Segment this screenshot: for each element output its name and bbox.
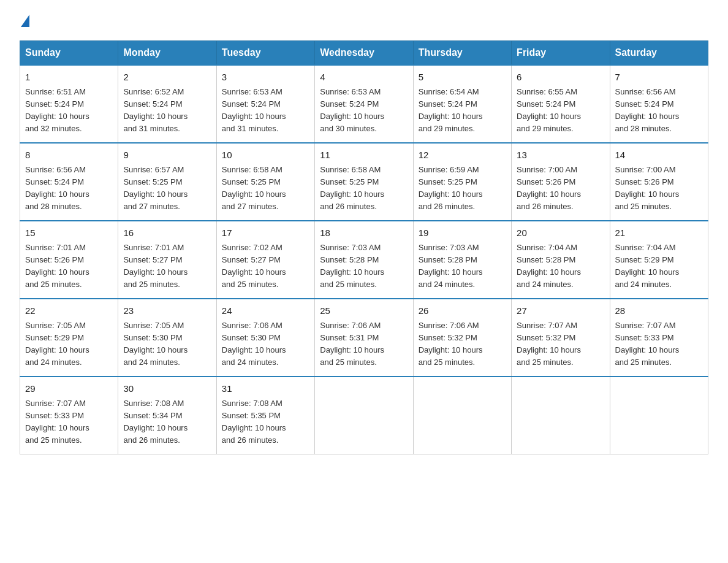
calendar-week-4: 22 Sunrise: 7:05 AMSunset: 5:29 PMDaylig… (20, 299, 708, 377)
calendar-cell (315, 377, 413, 454)
day-info: Sunrise: 7:07 AMSunset: 5:33 PMDaylight:… (25, 399, 89, 445)
day-number: 23 (123, 304, 211, 318)
calendar-cell: 2 Sunrise: 6:52 AMSunset: 5:24 PMDayligh… (118, 65, 216, 143)
calendar-cell: 21 Sunrise: 7:04 AMSunset: 5:29 PMDaylig… (610, 221, 708, 299)
day-number: 3 (222, 71, 309, 85)
calendar-cell: 13 Sunrise: 7:00 AMSunset: 5:26 PMDaylig… (512, 143, 610, 221)
calendar-cell: 9 Sunrise: 6:57 AMSunset: 5:25 PMDayligh… (118, 143, 216, 221)
calendar-cell: 26 Sunrise: 7:06 AMSunset: 5:32 PMDaylig… (413, 299, 511, 377)
day-info: Sunrise: 6:53 AMSunset: 5:24 PMDaylight:… (320, 87, 384, 133)
calendar-cell: 6 Sunrise: 6:55 AMSunset: 5:24 PMDayligh… (512, 65, 610, 143)
day-info: Sunrise: 7:04 AMSunset: 5:29 PMDaylight:… (615, 243, 680, 289)
day-number: 11 (320, 148, 408, 163)
day-info: Sunrise: 6:58 AMSunset: 5:25 PMDaylight:… (222, 165, 286, 211)
day-number: 31 (222, 382, 309, 396)
calendar-cell: 15 Sunrise: 7:01 AMSunset: 5:26 PMDaylig… (20, 221, 118, 299)
calendar-cell (413, 377, 511, 454)
day-number: 12 (419, 148, 506, 163)
day-number: 9 (123, 148, 211, 163)
calendar-cell: 22 Sunrise: 7:05 AMSunset: 5:29 PMDaylig… (20, 299, 118, 377)
header-wednesday: Wednesday (315, 41, 413, 66)
day-number: 27 (517, 304, 604, 318)
day-info: Sunrise: 7:03 AMSunset: 5:28 PMDaylight:… (320, 243, 384, 289)
day-info: Sunrise: 6:51 AMSunset: 5:24 PMDaylight:… (25, 87, 89, 133)
day-number: 26 (419, 304, 506, 318)
calendar-cell: 25 Sunrise: 7:06 AMSunset: 5:31 PMDaylig… (315, 299, 413, 377)
day-number: 28 (615, 304, 703, 318)
calendar-cell: 31 Sunrise: 7:08 AMSunset: 5:35 PMDaylig… (216, 377, 314, 454)
day-info: Sunrise: 7:06 AMSunset: 5:31 PMDaylight:… (320, 321, 384, 367)
day-number: 30 (123, 382, 211, 396)
day-number: 24 (222, 304, 309, 318)
day-info: Sunrise: 7:03 AMSunset: 5:28 PMDaylight:… (419, 243, 483, 289)
calendar-cell: 14 Sunrise: 7:00 AMSunset: 5:26 PMDaylig… (610, 143, 708, 221)
calendar-week-5: 29 Sunrise: 7:07 AMSunset: 5:33 PMDaylig… (20, 377, 708, 454)
calendar-header-row: SundayMondayTuesdayWednesdayThursdayFrid… (20, 41, 708, 66)
day-number: 18 (320, 226, 408, 240)
calendar-cell: 27 Sunrise: 7:07 AMSunset: 5:32 PMDaylig… (512, 299, 610, 377)
day-info: Sunrise: 7:00 AMSunset: 5:26 PMDaylight:… (615, 165, 680, 211)
day-number: 17 (222, 226, 309, 240)
calendar-week-2: 8 Sunrise: 6:56 AMSunset: 5:24 PMDayligh… (20, 143, 708, 221)
calendar-cell: 5 Sunrise: 6:54 AMSunset: 5:24 PMDayligh… (413, 65, 511, 143)
day-info: Sunrise: 7:06 AMSunset: 5:30 PMDaylight:… (222, 321, 286, 367)
day-number: 10 (222, 148, 309, 163)
day-info: Sunrise: 7:07 AMSunset: 5:33 PMDaylight:… (615, 321, 680, 367)
day-number: 20 (517, 226, 604, 240)
calendar-cell: 19 Sunrise: 7:03 AMSunset: 5:28 PMDaylig… (413, 221, 511, 299)
day-info: Sunrise: 6:56 AMSunset: 5:24 PMDaylight:… (25, 165, 89, 211)
day-info: Sunrise: 6:56 AMSunset: 5:24 PMDaylight:… (615, 87, 680, 133)
header-tuesday: Tuesday (216, 41, 314, 66)
calendar-cell: 12 Sunrise: 6:59 AMSunset: 5:25 PMDaylig… (413, 143, 511, 221)
calendar-cell: 20 Sunrise: 7:04 AMSunset: 5:28 PMDaylig… (512, 221, 610, 299)
day-info: Sunrise: 6:53 AMSunset: 5:24 PMDaylight:… (222, 87, 286, 133)
day-info: Sunrise: 7:06 AMSunset: 5:32 PMDaylight:… (419, 321, 483, 367)
logo (20, 15, 29, 26)
day-info: Sunrise: 7:05 AMSunset: 5:30 PMDaylight:… (123, 321, 188, 367)
day-number: 8 (25, 148, 113, 163)
day-info: Sunrise: 6:58 AMSunset: 5:25 PMDaylight:… (320, 165, 384, 211)
calendar-cell: 23 Sunrise: 7:05 AMSunset: 5:30 PMDaylig… (118, 299, 216, 377)
day-number: 16 (123, 226, 211, 240)
day-info: Sunrise: 7:08 AMSunset: 5:35 PMDaylight:… (222, 399, 286, 445)
day-info: Sunrise: 7:05 AMSunset: 5:29 PMDaylight:… (25, 321, 89, 367)
day-number: 14 (615, 148, 703, 163)
day-info: Sunrise: 7:08 AMSunset: 5:34 PMDaylight:… (123, 399, 188, 445)
calendar-cell: 17 Sunrise: 7:02 AMSunset: 5:27 PMDaylig… (216, 221, 314, 299)
calendar-table: SundayMondayTuesdayWednesdayThursdayFrid… (20, 40, 708, 454)
calendar-cell: 16 Sunrise: 7:01 AMSunset: 5:27 PMDaylig… (118, 221, 216, 299)
header-friday: Friday (512, 41, 610, 66)
header-saturday: Saturday (610, 41, 708, 66)
calendar-week-1: 1 Sunrise: 6:51 AMSunset: 5:24 PMDayligh… (20, 65, 708, 143)
calendar-cell: 7 Sunrise: 6:56 AMSunset: 5:24 PMDayligh… (610, 65, 708, 143)
day-info: Sunrise: 7:07 AMSunset: 5:32 PMDaylight:… (517, 321, 581, 367)
day-number: 5 (419, 71, 506, 85)
day-info: Sunrise: 6:57 AMSunset: 5:25 PMDaylight:… (123, 165, 188, 211)
day-info: Sunrise: 6:52 AMSunset: 5:24 PMDaylight:… (123, 87, 188, 133)
day-number: 13 (517, 148, 604, 163)
day-number: 6 (517, 71, 604, 85)
header-sunday: Sunday (20, 41, 118, 66)
day-number: 19 (419, 226, 506, 240)
calendar-cell (512, 377, 610, 454)
logo-triangle-icon (21, 15, 29, 27)
calendar-week-3: 15 Sunrise: 7:01 AMSunset: 5:26 PMDaylig… (20, 221, 708, 299)
day-number: 25 (320, 304, 408, 318)
day-number: 1 (25, 71, 113, 85)
day-info: Sunrise: 7:00 AMSunset: 5:26 PMDaylight:… (517, 165, 581, 211)
calendar-cell (610, 377, 708, 454)
day-number: 15 (25, 226, 113, 240)
calendar-cell: 11 Sunrise: 6:58 AMSunset: 5:25 PMDaylig… (315, 143, 413, 221)
calendar-cell: 4 Sunrise: 6:53 AMSunset: 5:24 PMDayligh… (315, 65, 413, 143)
calendar-cell: 10 Sunrise: 6:58 AMSunset: 5:25 PMDaylig… (216, 143, 314, 221)
day-info: Sunrise: 7:02 AMSunset: 5:27 PMDaylight:… (222, 243, 286, 289)
header-thursday: Thursday (413, 41, 511, 66)
day-info: Sunrise: 7:01 AMSunset: 5:27 PMDaylight:… (123, 243, 188, 289)
calendar-cell: 3 Sunrise: 6:53 AMSunset: 5:24 PMDayligh… (216, 65, 314, 143)
day-number: 4 (320, 71, 408, 85)
day-number: 21 (615, 226, 703, 240)
calendar-cell: 18 Sunrise: 7:03 AMSunset: 5:28 PMDaylig… (315, 221, 413, 299)
day-info: Sunrise: 6:55 AMSunset: 5:24 PMDaylight:… (517, 87, 581, 133)
day-number: 7 (615, 71, 703, 85)
page-header (20, 15, 708, 26)
